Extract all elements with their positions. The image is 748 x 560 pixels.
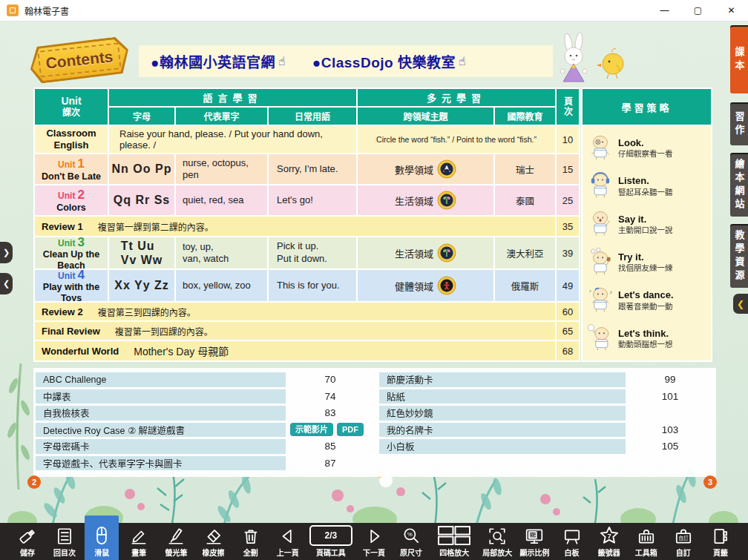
back-to-contents-button[interactable]: 回目次 <box>47 524 82 560</box>
life-domain-badge-icon <box>437 191 456 210</box>
header-links-band: ●翰林國小英語官網 ☝ ●ClassDojo 快樂教室 ☝ <box>139 45 553 77</box>
tab-textbook[interactable]: 課本 <box>730 27 748 93</box>
toolbox-button[interactable]: 工具箱 <box>629 524 663 560</box>
page-tab-button[interactable]: 頁籤 <box>703 524 738 560</box>
page-indicator[interactable]: 2/3 <box>309 525 352 546</box>
unit-2-daily: Let's go! <box>269 185 356 215</box>
clear-all-button[interactable]: 全刪 <box>234 524 268 560</box>
col-header-daily-expressions: 日常用語 <box>269 108 356 125</box>
mascot-look-icon <box>587 134 614 163</box>
tab-picture-book-site[interactable]: 繪本網站 <box>730 154 748 217</box>
appendix-lists: ABC Challenge70 中譯表74 自我檢核表83 Detective … <box>36 372 716 470</box>
list-item: 紅色妙妙鏡 <box>379 406 715 421</box>
row-classroom-english-title: Classroom English <box>35 126 108 153</box>
classroom-english-page: 10 <box>557 126 579 153</box>
next-page-button[interactable]: 下一頁 <box>357 524 391 560</box>
window-title: 翰林電子書 <box>24 4 69 17</box>
health-domain-badge-icon <box>437 276 456 295</box>
list-item: 字母遊戲卡、代表單字字卡與圖卡87 <box>36 456 375 471</box>
tab-workbook[interactable]: 習作 <box>730 104 748 145</box>
review-2-page: 60 <box>557 303 579 320</box>
page-tab-icon <box>711 527 730 546</box>
unit-1-country: 瑞士 <box>495 154 555 184</box>
unit-1-page: 15 <box>557 154 579 184</box>
pen-icon <box>129 527 148 546</box>
list-item: 貼紙101 <box>379 389 715 404</box>
mouse-tool-button[interactable]: 滑鼠 <box>85 515 119 560</box>
unit-3-country: 澳大利亞 <box>495 237 555 269</box>
side-panel-collapse-toggle[interactable]: ❮ <box>733 294 748 314</box>
tab-teaching-resources[interactable]: 教學資源 <box>730 225 748 288</box>
col-header-page: 頁次 <box>557 89 579 125</box>
highlighter-tool-button[interactable]: 螢光筆 <box>159 524 193 560</box>
strategy-lets-dance: ♪♪ Let's dance.跟著音樂動一動 <box>584 286 709 315</box>
four-grid-zoom-button[interactable]: 四格放大 <box>431 524 477 560</box>
whiteboard-icon <box>562 527 582 546</box>
unit-2-words: quiet, red, sea <box>176 185 267 215</box>
pen-tool-button[interactable]: 畫筆 <box>122 524 156 560</box>
unit-4-words: box, yellow, zoo <box>176 270 267 301</box>
life-domain-badge-icon <box>437 243 456 263</box>
strategy-lets-think: Let's think.動動頭腦想一想 <box>584 323 709 353</box>
next-page-icon <box>364 527 384 546</box>
strategy-listen: Listen.豎起耳朵聽一聽 <box>584 171 709 201</box>
title-bar: 翰林電子書 — ▢ ✕ <box>0 0 748 22</box>
review-2-row: Review 2複習第三到四課的內容。 <box>35 303 555 320</box>
col-header-language-learning: 語言學習 <box>109 89 356 106</box>
display-ratio-button[interactable]: 固定 顯示比例 <box>517 524 551 560</box>
close-button[interactable]: ✕ <box>715 0 748 21</box>
mouse-icon <box>91 525 112 546</box>
usb-save-icon <box>18 527 37 546</box>
svg-text:自訂: 自訂 <box>678 535 689 541</box>
mascot-listen-icon <box>587 171 614 201</box>
minimize-button[interactable]: — <box>648 0 681 21</box>
save-button[interactable]: 儲存 <box>10 524 45 560</box>
wonderful-world-row: Wonderful WorldMother's Day 母親節 <box>35 341 555 360</box>
link-classdojo[interactable]: ●ClassDojo 快樂教室 ☝ <box>312 51 466 71</box>
unit-4-letters: Xx Yy Zz <box>109 270 174 301</box>
unit-3-title: Unit3 Clean Up the Beach <box>35 237 108 269</box>
mascot-say-icon <box>587 209 614 239</box>
page-badge-left[interactable]: 2 <box>27 475 41 489</box>
left-panel-expand-toggle[interactable]: ❯ <box>0 242 13 263</box>
svg-text:♪: ♪ <box>589 288 591 293</box>
pointer-hand-icon: ☝ <box>459 54 466 68</box>
wonderful-world-page: 68 <box>557 341 579 360</box>
custom-toolbox-button[interactable]: 自訂 自訂 <box>666 524 701 560</box>
mascot-think-icon <box>587 323 614 353</box>
original-size-button[interactable]: % 原尺寸 <box>394 524 428 560</box>
svg-text:%: % <box>407 531 413 538</box>
maximize-button[interactable]: ▢ <box>681 0 715 21</box>
eraser-icon <box>204 527 223 546</box>
previous-page-button[interactable]: 上一頁 <box>271 524 305 560</box>
contents-list-icon <box>55 527 74 546</box>
rabbit-and-chick-mascots <box>552 33 634 85</box>
bottom-toolbar: 儲存 回目次 滑鼠 畫筆 螢光筆 橡皮擦 全刪 上一頁 <box>0 523 748 560</box>
partial-zoom-button[interactable]: 局部放大 <box>480 524 514 560</box>
unit-1-daily: Sorry, I'm late. <box>269 154 356 184</box>
number-picker-button[interactable]: 7 籤號器 <box>592 524 626 560</box>
classroom-english-multi: Circle the word “fish.” / Point to the w… <box>358 126 555 153</box>
strategies-header: 學習策略 <box>583 89 711 125</box>
list-item: 自我檢核表83 <box>36 406 375 421</box>
link-hanlin-english-site[interactable]: ●翰林國小英語官網 ☝ <box>151 51 286 71</box>
unit-4-page: 49 <box>557 270 579 301</box>
four-grid-icon <box>437 525 471 546</box>
page-badge-right[interactable]: 3 <box>703 475 717 489</box>
eraser-tool-button[interactable]: 橡皮擦 <box>197 524 231 560</box>
svg-text:7: 7 <box>607 533 611 540</box>
list-item: 我的名牌卡103 <box>379 423 715 438</box>
final-review-row: Final Review複習第一到四課的內容。 <box>35 322 555 340</box>
learning-strategies-panel: 學習策略 Look.仔細觀察看一看 Listen.豎起耳朵聽一聽 Say it.… <box>581 88 712 362</box>
page-number-tool[interactable]: 2/3 頁碼工具 <box>308 524 354 560</box>
unit-2-page: 25 <box>557 185 579 215</box>
left-panel-collapse-toggle[interactable]: ❮ <box>0 273 13 294</box>
col-header-unit: Unit課次 <box>35 89 108 125</box>
whiteboard-button[interactable]: 白板 <box>555 524 589 560</box>
demo-video-button[interactable]: 示範影片 <box>290 423 333 436</box>
unit-4-cross-domain: 健體領域 <box>358 270 493 301</box>
unit-3-page: 39 <box>557 237 579 269</box>
list-item-detective: Detective Roy Case ② 解謎遊戲書 示範影片 PDF <box>36 423 375 438</box>
chick-icon <box>597 49 623 79</box>
pdf-button[interactable]: PDF <box>337 423 364 436</box>
